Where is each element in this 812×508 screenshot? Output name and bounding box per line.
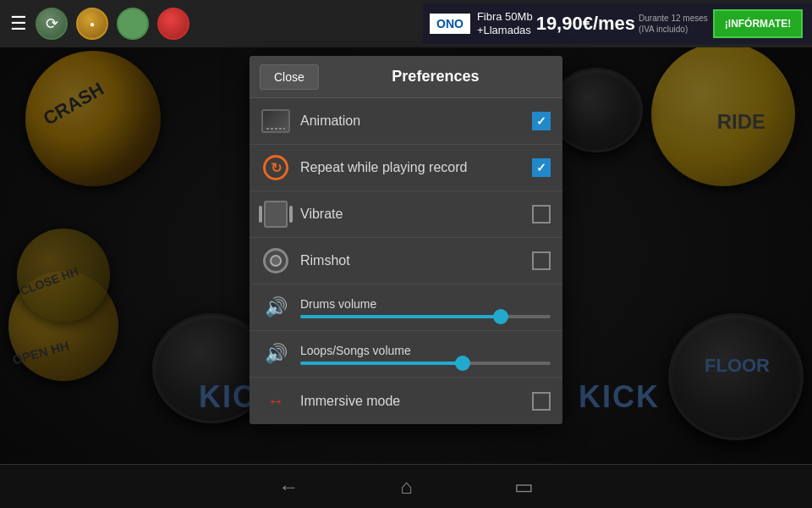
loops-volume-icon: 🔊 [261, 340, 290, 368]
drums-volume-preference-item: 🔊 Drums volume [250, 284, 562, 331]
animation-label: Animation [300, 113, 522, 129]
drums-volume-icon: 🔊 [261, 293, 290, 322]
immersive-icon-shape: ↔ [267, 391, 284, 411]
top-bar: ☰ ⟳ ● ONO Fibra 50Mb +Llamadas 19,90€/me… [0, 0, 812, 47]
close-button[interactable]: Close [260, 64, 319, 90]
preferences-dialog: Close Preferences Animation Repeat while… [250, 56, 562, 424]
record-icon: ● [90, 19, 95, 29]
loops-volume-track[interactable] [300, 362, 551, 365]
repeat-preference-item: Repeat while playing record [250, 145, 562, 191]
vibrate-label: Vibrate [300, 207, 522, 222]
drums-volume-track[interactable] [300, 315, 551, 318]
vibrate-preference-item: Vibrate [250, 191, 562, 238]
top-bar-controls: ☰ ⟳ ● [10, 8, 189, 40]
drums-volume-thumb[interactable] [493, 309, 508, 324]
ad-price-detail: Durante 12 meses (IVA incluido) [639, 13, 708, 35]
vibrate-checkbox[interactable] [532, 205, 551, 224]
recent-nav-button[interactable]: ▭ [514, 475, 534, 499]
animation-checkbox[interactable] [532, 112, 551, 130]
immersive-checkbox[interactable] [532, 392, 551, 411]
animation-preference-item: Animation [250, 98, 562, 145]
reload-button[interactable]: ⟳ [36, 8, 68, 40]
loops-volume-preference-item: 🔊 Loops/Songs volume [250, 331, 562, 378]
back-nav-button[interactable]: ← [278, 475, 299, 499]
dialog-header: Close Preferences [250, 56, 562, 98]
animation-icon-shape [261, 109, 290, 133]
drums-volume-fill [300, 315, 501, 318]
vibrate-icon [261, 200, 290, 229]
repeat-label: Repeat while playing record [300, 160, 522, 175]
ad-price: 19,90€/mes [536, 13, 635, 35]
repeat-checkbox[interactable] [532, 158, 551, 177]
rimshot-label: Rimshot [300, 253, 522, 268]
drums-volume-slider-container: Drums volume [300, 296, 551, 318]
immersive-label: Immersive mode [300, 394, 522, 409]
ad-banner: ONO Fibra 50Mb +Llamadas 19,90€/mes Dura… [423, 3, 812, 44]
drums-volume-label: Drums volume [300, 297, 376, 311]
vibrate-icon-shape [264, 201, 288, 228]
hamburger-icon[interactable]: ☰ [10, 13, 27, 35]
animation-icon [261, 107, 290, 135]
volume-blue-icon: 🔊 [265, 296, 288, 318]
immersive-icon: ↔ [261, 387, 290, 416]
loops-volume-label: Loops/Songs volume [300, 344, 411, 357]
repeat-icon-shape [263, 155, 288, 180]
rimshot-preference-item: Rimshot [250, 238, 562, 284]
record-button[interactable]: ● [76, 8, 108, 40]
play-button[interactable] [117, 8, 149, 40]
repeat-icon [261, 153, 290, 182]
rimshot-icon-shape [263, 248, 288, 273]
rimshot-checkbox[interactable] [532, 251, 551, 270]
volume-purple-icon: 🔊 [265, 343, 288, 365]
loops-volume-thumb[interactable] [455, 356, 470, 371]
home-nav-button[interactable]: ⌂ [400, 475, 413, 499]
loops-volume-slider-container: Loops/Songs volume [300, 343, 551, 365]
bottom-nav-bar: ← ⌂ ▭ [0, 464, 812, 508]
immersive-preference-item: ↔ Immersive mode [250, 378, 562, 424]
dialog-title: Preferences [319, 68, 552, 86]
dialog-overlay: Close Preferences Animation Repeat while… [0, 47, 812, 464]
ad-brand: ONO [430, 14, 470, 34]
reload-icon: ⟳ [46, 14, 58, 33]
ad-cta-button[interactable]: ¡INFÓRMATE! [713, 9, 803, 38]
rimshot-icon [261, 246, 290, 275]
preferences-list: Animation Repeat while playing record Vi… [250, 98, 562, 424]
loops-volume-fill [300, 362, 463, 365]
stop-button[interactable] [157, 8, 189, 40]
ad-text: Fibra 50Mb +Llamadas [477, 10, 533, 36]
